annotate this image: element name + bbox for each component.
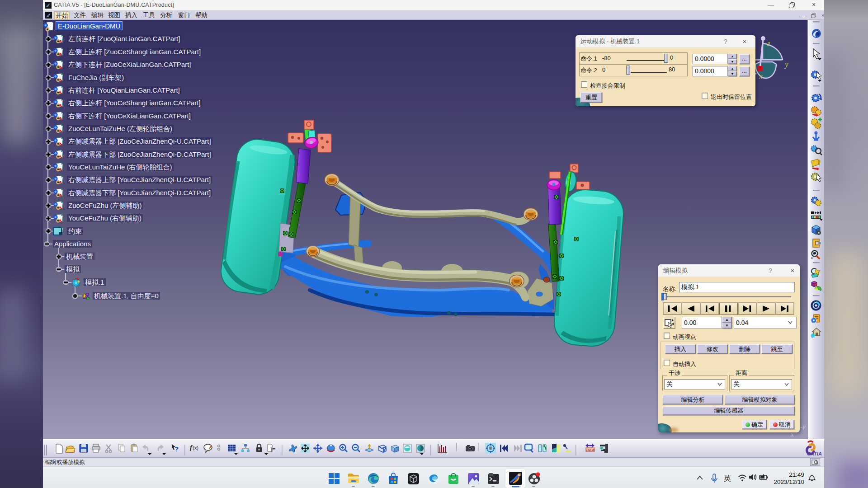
svg-text:21:49: 21:49: [789, 471, 804, 478]
svg-text:CATIA: CATIA: [807, 451, 822, 456]
svg-text:2023/12/10: 2023/12/10: [774, 479, 804, 485]
svg-text:英: 英: [724, 474, 731, 482]
svg-text:}=: }=: [270, 446, 275, 452]
svg-text:z: z: [767, 39, 770, 48]
svg-text:?: ?: [175, 445, 179, 453]
svg-text:(x): (x): [193, 445, 198, 450]
svg-text:x: x: [759, 72, 763, 80]
svg-text:y: y: [784, 60, 788, 69]
svg-text:-y: -y: [800, 423, 806, 430]
